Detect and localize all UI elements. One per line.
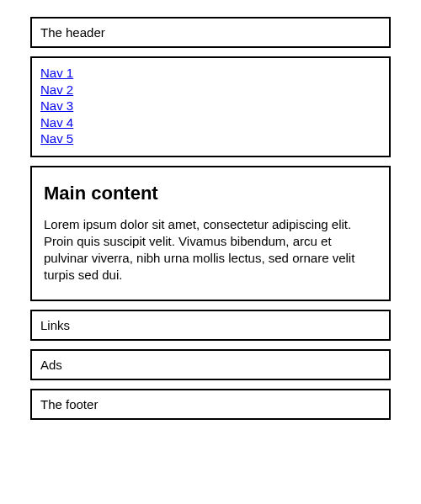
links-label: Links <box>40 318 70 332</box>
nav-box: Nav 1 Nav 2 Nav 3 Nav 4 Nav 5 <box>30 56 391 157</box>
ads-box: Ads <box>30 349 391 380</box>
nav-link-4[interactable]: Nav 4 <box>40 114 73 131</box>
main-heading: Main content <box>44 183 377 204</box>
main-box: Main content Lorem ipsum dolor sit amet,… <box>30 166 391 301</box>
nav-link-2[interactable]: Nav 2 <box>40 82 73 98</box>
links-box: Links <box>30 310 391 341</box>
nav-link-5[interactable]: Nav 5 <box>40 130 73 147</box>
header-text: The header <box>40 25 105 40</box>
nav-list: Nav 1 Nav 2 Nav 3 Nav 4 Nav 5 <box>40 65 381 147</box>
header-box: The header <box>30 17 391 48</box>
nav-link-1[interactable]: Nav 1 <box>40 65 73 82</box>
footer-box: The footer <box>30 389 391 420</box>
footer-text: The footer <box>40 397 98 411</box>
main-body-text: Lorem ipsum dolor sit amet, consectetur … <box>44 216 377 284</box>
nav-link-3[interactable]: Nav 3 <box>40 98 73 114</box>
ads-label: Ads <box>40 358 62 372</box>
